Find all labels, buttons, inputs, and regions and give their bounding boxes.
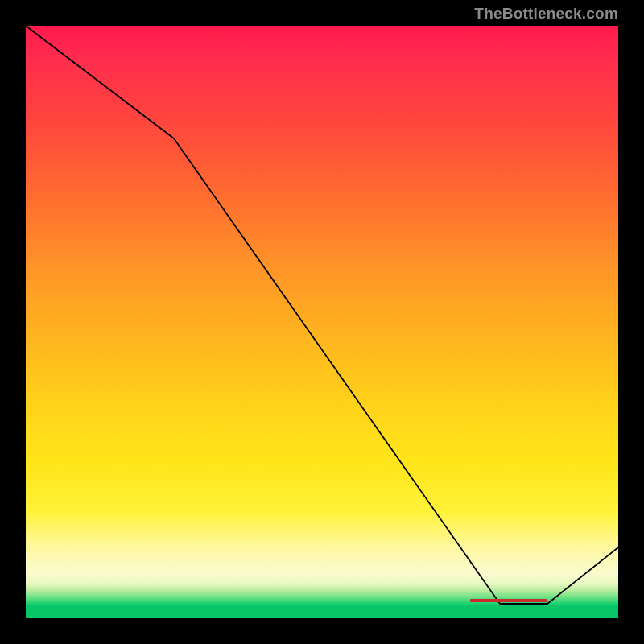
min-marker <box>470 599 547 602</box>
watermark-text: TheBottleneck.com <box>474 5 618 23</box>
chart-frame: TheBottleneck.com <box>0 0 644 644</box>
plot-area <box>26 26 618 618</box>
background-gradient <box>26 26 618 618</box>
